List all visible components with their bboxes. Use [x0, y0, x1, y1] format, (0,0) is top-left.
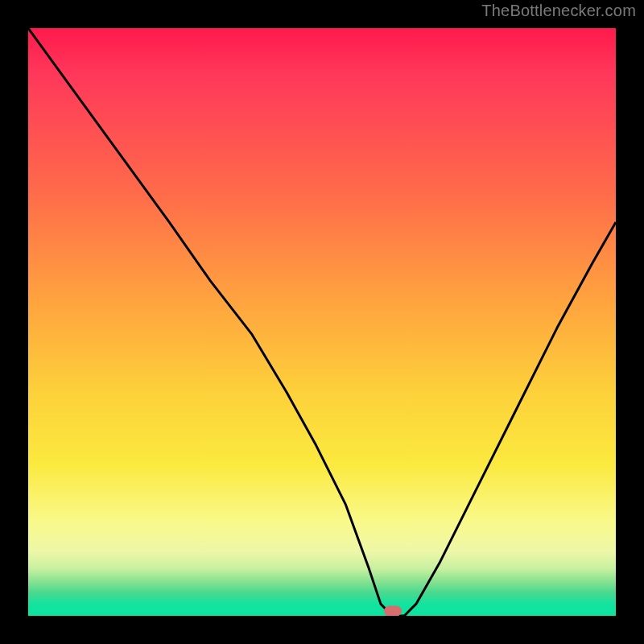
bottleneck-curve — [28, 28, 616, 616]
curve-path — [28, 28, 616, 616]
plot-area — [28, 28, 616, 616]
chart-container: TheBottlenecker.com — [0, 0, 644, 644]
attribution-label: TheBottlenecker.com — [481, 2, 636, 20]
optimum-marker — [384, 606, 402, 617]
